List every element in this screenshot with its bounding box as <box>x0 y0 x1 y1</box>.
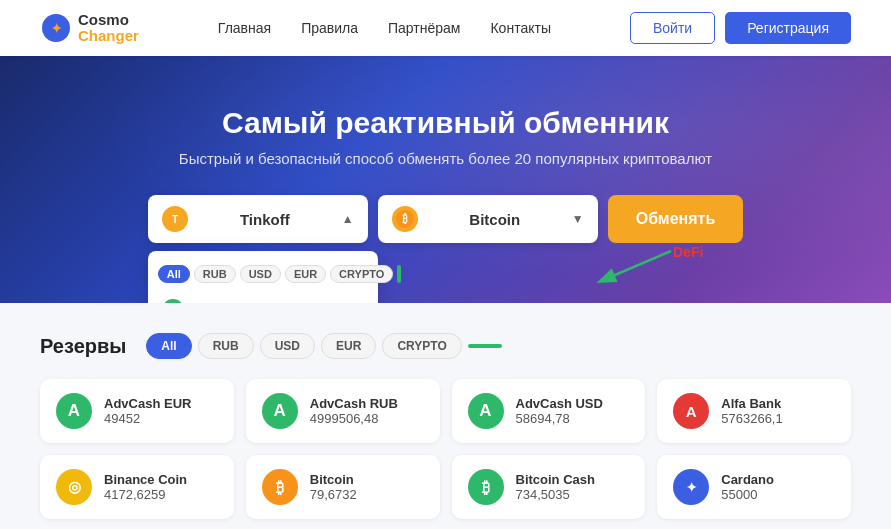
main-nav: Главная Правила Партнёрам Контакты <box>218 20 551 36</box>
reserve-card-advcash-eur: A AdvCash EUR 49452 <box>40 379 234 443</box>
logo-line1: Cosmo <box>78 12 139 29</box>
bitcoin-cash-name: Bitcoin Cash <box>516 472 595 487</box>
to-arrow-icon: ▼ <box>572 212 584 226</box>
alfa-bank-name: Alfa Bank <box>721 396 782 411</box>
binance-coin-card-icon: ◎ <box>56 469 92 505</box>
reserves-header: Резервы All RUB USD EUR CRYPTO <box>40 333 851 359</box>
register-button[interactable]: Регистрация <box>725 12 851 44</box>
advcash-usd-card-info: AdvCash USD 58694,78 <box>516 396 603 426</box>
advcash-eur-card-icon: A <box>56 393 92 429</box>
bitcoin-name: Bitcoin <box>310 472 357 487</box>
filter-rub[interactable]: RUB <box>194 265 236 283</box>
reserves-title: Резервы <box>40 335 126 358</box>
advcash-usd-amount: 58694,78 <box>516 411 603 426</box>
exchange-button[interactable]: Обменять <box>608 195 744 243</box>
from-arrow-icon: ▲ <box>342 212 354 226</box>
header-buttons: Войти Регистрация <box>630 12 851 44</box>
defi-label-text: DeFi <box>673 244 703 260</box>
dropdown-item-advcash-eur[interactable]: A AdvCash EUR <box>148 291 378 303</box>
advcash-eur-amount: 49452 <box>104 411 191 426</box>
advcash-usd-card-icon: A <box>468 393 504 429</box>
filter-all[interactable]: All <box>158 265 190 283</box>
nav-rules[interactable]: Правила <box>301 20 358 36</box>
bitcoin-cash-card-icon: ₿ <box>468 469 504 505</box>
reserves-section: Резервы All RUB USD EUR CRYPTO A AdvCash… <box>0 303 891 529</box>
to-select[interactable]: ₿ Bitcoin ▼ <box>378 195 598 243</box>
bitcoin-card-info: Bitcoin 79,6732 <box>310 472 357 502</box>
cardano-amount: 55000 <box>721 487 774 502</box>
advcash-usd-name: AdvCash USD <box>516 396 603 411</box>
hero-section: Самый реактивный обменник Быстрый и безо… <box>0 56 891 303</box>
reserve-card-advcash-rub: A AdvCash RUB 4999506,48 <box>246 379 440 443</box>
res-filter-all[interactable]: All <box>146 333 191 359</box>
advcash-rub-card-info: AdvCash RUB 4999506,48 <box>310 396 398 426</box>
res-filter-eur[interactable]: EUR <box>321 333 376 359</box>
filter-crypto[interactable]: CRYPTO <box>330 265 393 283</box>
dropdown-filters: All RUB USD EUR CRYPTO <box>148 259 378 291</box>
res-filter-usd[interactable]: USD <box>260 333 315 359</box>
defi-annotation: DeFi <box>591 246 671 286</box>
to-coin-icon: ₿ <box>392 206 418 232</box>
to-label: Bitcoin <box>426 211 564 228</box>
reserves-grid: A AdvCash EUR 49452 A AdvCash RUB 499950… <box>40 379 851 529</box>
res-filter-rub[interactable]: RUB <box>198 333 254 359</box>
filter-usd[interactable]: USD <box>240 265 281 283</box>
svg-text:₿: ₿ <box>402 213 408 225</box>
binance-coin-card-info: Binance Coin 4172,6259 <box>104 472 187 502</box>
advcash-rub-amount: 4999506,48 <box>310 411 398 426</box>
header: ✦ Cosmo Changer Главная Правила Партнёра… <box>0 0 891 56</box>
alfa-bank-card-icon: A <box>673 393 709 429</box>
advcash-eur-card-info: AdvCash EUR 49452 <box>104 396 191 426</box>
nav-contacts[interactable]: Контакты <box>490 20 550 36</box>
reserve-card-bitcoin-cash: ₿ Bitcoin Cash 734,5035 <box>452 455 646 519</box>
exchange-widget: T Tinkoff ▲ All RUB USD EUR CRYPTO A Adv… <box>40 195 851 243</box>
reserve-card-alfa-bank: A Alfa Bank 5763266,1 <box>657 379 851 443</box>
reserve-card-binance-coin: ◎ Binance Coin 4172,6259 <box>40 455 234 519</box>
from-select[interactable]: T Tinkoff ▲ All RUB USD EUR CRYPTO A Adv… <box>148 195 368 243</box>
from-label: Tinkoff <box>196 211 334 228</box>
hero-title: Самый реактивный обменник <box>40 106 851 140</box>
svg-line-6 <box>601 251 671 281</box>
binance-coin-amount: 4172,6259 <box>104 487 187 502</box>
bitcoin-amount: 79,6732 <box>310 487 357 502</box>
advcash-eur-name: AdvCash EUR <box>104 396 191 411</box>
reserve-card-advcash-usd: A AdvCash USD 58694,78 <box>452 379 646 443</box>
advcash-eur-label: AdvCash EUR <box>192 303 276 304</box>
advcash-rub-name: AdvCash RUB <box>310 396 398 411</box>
filter-defi-dropdown[interactable] <box>397 265 401 283</box>
reserve-card-bitcoin: ₿ Bitcoin 79,6732 <box>246 455 440 519</box>
cardano-card-info: Cardano 55000 <box>721 472 774 502</box>
hero-subtitle: Быстрый и безопасный способ обменять бол… <box>40 150 851 167</box>
bitcoin-cash-card-info: Bitcoin Cash 734,5035 <box>516 472 595 502</box>
alfa-bank-card-info: Alfa Bank 5763266,1 <box>721 396 782 426</box>
nav-home[interactable]: Главная <box>218 20 271 36</box>
alfa-bank-amount: 5763266,1 <box>721 411 782 426</box>
logo-text: Cosmo Changer <box>78 12 139 45</box>
svg-text:T: T <box>172 214 178 225</box>
reserves-filters: All RUB USD EUR CRYPTO <box>146 333 501 359</box>
dropdown-panel: All RUB USD EUR CRYPTO A AdvCash EUR P P… <box>148 251 378 303</box>
res-filter-defi[interactable] <box>468 344 502 348</box>
reserve-card-cardano: ✦ Cardano 55000 <box>657 455 851 519</box>
bitcoin-card-icon: ₿ <box>262 469 298 505</box>
bitcoin-cash-amount: 734,5035 <box>516 487 595 502</box>
login-button[interactable]: Войти <box>630 12 715 44</box>
from-coin-icon: T <box>162 206 188 232</box>
advcash-rub-card-icon: A <box>262 393 298 429</box>
nav-partners[interactable]: Партнёрам <box>388 20 460 36</box>
binance-coin-name: Binance Coin <box>104 472 187 487</box>
logo[interactable]: ✦ Cosmo Changer <box>40 12 139 45</box>
advcash-eur-icon: A <box>162 299 184 303</box>
logo-line2: Changer <box>78 28 139 45</box>
cardano-card-icon: ✦ <box>673 469 709 505</box>
cardano-name: Cardano <box>721 472 774 487</box>
svg-text:✦: ✦ <box>51 21 62 36</box>
filter-eur[interactable]: EUR <box>285 265 326 283</box>
res-filter-crypto[interactable]: CRYPTO <box>382 333 461 359</box>
